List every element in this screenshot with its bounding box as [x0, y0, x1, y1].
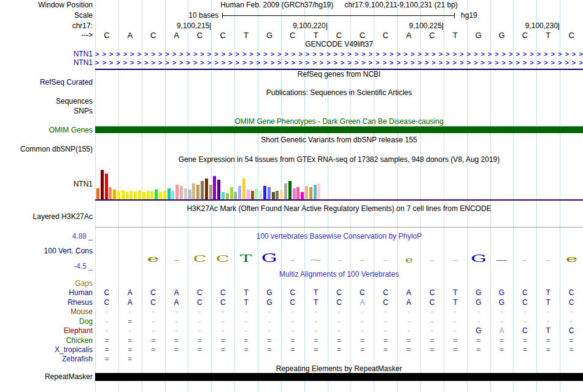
alignment-row-chicken[interactable]: =====================: [95, 337, 583, 345]
gtex-tissue-bar[interactable]: [296, 187, 299, 199]
gtex-tissue-bar[interactable]: [230, 187, 233, 199]
gtex-tissue-bar[interactable]: [259, 191, 262, 199]
gtex-tissue-bar[interactable]: [263, 186, 266, 199]
alignment-row-dog[interactable]: -=-------------------: [95, 318, 583, 326]
gtex-gene-label[interactable]: NTN1: [0, 180, 93, 188]
gtex-tissue-bar[interactable]: [96, 188, 99, 199]
gencode-title[interactable]: GENCODE V49lift37: [95, 40, 583, 48]
gtex-tissue-bar[interactable]: [109, 187, 112, 199]
species-label-chicken[interactable]: Chicken: [0, 337, 93, 345]
species-label-dog[interactable]: Dog: [0, 318, 93, 326]
alignment-row-x_tropicalis[interactable]: =====================: [95, 346, 583, 354]
gencode-transcript-label-1[interactable]: NTN1: [0, 50, 93, 58]
gtex-tissue-bar[interactable]: [217, 180, 220, 199]
gtex-tissue-bar[interactable]: [272, 192, 275, 199]
alignment-row-rhesus[interactable]: CACACCTGCTCACACTGGCTC: [95, 299, 583, 307]
gtex-tissue-bar[interactable]: [242, 179, 245, 199]
gencode-transcript-arrows-2[interactable]: >>>>>>>>>>>>>>>>>>>>>>>>>>>>>>>>>>>>>>>>…: [95, 59, 583, 66]
gtex-tissue-bar[interactable]: [222, 192, 225, 199]
gtex-tissue-bar[interactable]: [176, 185, 179, 199]
gtex-tissue-bar[interactable]: [305, 186, 308, 199]
gtex-tissue-bar[interactable]: [155, 190, 158, 199]
species-label-rhesus[interactable]: Rhesus: [0, 299, 93, 307]
refseq-curated-label[interactable]: RefSeq Curated: [0, 79, 93, 86]
repeatmasker-label[interactable]: RepeatMasker: [0, 373, 93, 381]
gtex-tissue-bar[interactable]: [280, 190, 283, 199]
gtex-tissue-bar[interactable]: [255, 188, 258, 199]
gtex-tissue-bar[interactable]: [317, 183, 320, 199]
dbsnp-label[interactable]: Common dbSNP(155): [0, 145, 93, 153]
gtex-tissue-bar[interactable]: [101, 170, 104, 199]
gtex-tissue-bar[interactable]: [276, 191, 279, 199]
base-letter: C: [374, 31, 397, 39]
multiz-gaps-label[interactable]: Gaps: [0, 280, 93, 288]
refseq-title[interactable]: RefSeq genes from NCBI: [95, 71, 583, 79]
gtex-tissue-bar[interactable]: [226, 193, 229, 199]
gtex-tissue-bar[interactable]: [134, 191, 137, 199]
gtex-tissue-bar[interactable]: [171, 191, 174, 199]
phylop-title[interactable]: 100 vertebrates Basewise Conservation by…: [95, 233, 583, 240]
species-label-elephant[interactable]: Elephant: [0, 327, 93, 335]
omim-genes-label[interactable]: OMIM Genes: [0, 126, 93, 134]
gtex-tissue-bar[interactable]: [159, 192, 162, 199]
gtex-tissue-bar[interactable]: [168, 188, 171, 199]
gtex-tissue-bar[interactable]: [126, 192, 129, 199]
base-letter: T: [444, 31, 467, 39]
omim-title[interactable]: OMIM Gene Phenotypes - Dark Green Can Be…: [95, 118, 583, 126]
species-label-zebrafish[interactable]: Zebrafish: [0, 355, 93, 363]
gtex-tissue-bar[interactable]: [113, 190, 116, 199]
gtex-tissue-bar[interactable]: [129, 191, 133, 199]
alignment-row-mouse[interactable]: ---------------------: [95, 308, 583, 316]
gencode-transcript-arrows-1[interactable]: >>>>>>>>>>>>>>>>>>>>>>>>>>>>>>>>>>>>>>>>…: [95, 50, 583, 58]
gtex-tissue-bar[interactable]: [147, 191, 150, 199]
gtex-tissue-bar[interactable]: [138, 190, 141, 199]
phylop-track-label[interactable]: 100 Vert. Cons: [0, 247, 93, 255]
gtex-tissue-bar[interactable]: [163, 191, 166, 199]
gtex-tissue-bar[interactable]: [293, 188, 296, 199]
gtex-tissue-bar[interactable]: [284, 183, 287, 199]
publications-title[interactable]: Publications: Sequences in Scientific Ar…: [95, 89, 583, 97]
gtex-tissue-bar[interactable]: [301, 192, 304, 199]
gtex-tissue-bar[interactable]: [188, 190, 191, 199]
publications-snps-label[interactable]: SNPs: [0, 107, 93, 115]
gtex-tissue-bar[interactable]: [205, 179, 208, 199]
gtex-tissue-bar[interactable]: [213, 176, 216, 199]
species-label-human[interactable]: Human: [0, 289, 93, 297]
gtex-tissue-bar[interactable]: [117, 191, 120, 199]
gtex-tissue-bar[interactable]: [196, 185, 199, 199]
gtex-tissue-bar[interactable]: [268, 187, 271, 199]
alignment-cell: =: [513, 337, 536, 345]
alignment-row-zebrafish[interactable]: ==: [95, 355, 583, 363]
repeatmasker-bar[interactable]: [95, 373, 583, 381]
multiz-title[interactable]: Multiz Alignments of 100 Vertebrates: [95, 271, 583, 279]
dbsnp-title[interactable]: Short Genetic Variants from dbSNP releas…: [95, 136, 583, 144]
gtex-tissue-bar[interactable]: [180, 186, 183, 199]
h3k27ac-title[interactable]: H3K27Ac Mark (Often Found Near Active Re…: [95, 205, 583, 213]
gtex-tissue-bar[interactable]: [251, 191, 254, 199]
publications-sequences-label[interactable]: Sequences: [0, 98, 93, 106]
alignment-row-elephant[interactable]: ----------------GACTC: [95, 327, 583, 335]
gtex-tissue-bar[interactable]: [184, 188, 187, 199]
gtex-tissue-bar[interactable]: [247, 190, 250, 199]
gtex-title[interactable]: Gene Expression in 54 tissues from GTEx …: [95, 156, 583, 164]
species-label-x_tropicalis[interactable]: X_tropicalis: [0, 346, 93, 354]
gtex-tissue-bar[interactable]: [122, 190, 125, 199]
alignment-cell: =: [350, 346, 374, 354]
h3k27ac-label[interactable]: Layered H3K27Ac: [0, 213, 93, 221]
species-label-mouse[interactable]: Mouse: [0, 308, 93, 316]
gtex-tissue-bar[interactable]: [150, 191, 153, 199]
gtex-tissue-bar[interactable]: [105, 174, 108, 199]
alignment-row-human[interactable]: CACACCTGCTCCCACTGGCTC: [95, 289, 583, 297]
gtex-tissue-bar[interactable]: [192, 183, 195, 199]
gtex-tissue-bar[interactable]: [209, 185, 212, 199]
gencode-transcript-label-2[interactable]: NTN1: [0, 59, 93, 67]
omim-genes-bar[interactable]: [95, 126, 583, 133]
gtex-tissue-bar[interactable]: [314, 185, 317, 199]
gtex-tissue-bar[interactable]: [238, 186, 241, 199]
gtex-tissue-bar[interactable]: [201, 181, 204, 199]
gtex-tissue-bar[interactable]: [309, 187, 312, 199]
gtex-tissue-bar[interactable]: [234, 192, 237, 199]
gtex-tissue-bar[interactable]: [288, 181, 292, 199]
gtex-tissue-bar[interactable]: [142, 192, 145, 199]
repeatmasker-title[interactable]: Repeating Elements by RepeatMasker: [95, 365, 583, 373]
